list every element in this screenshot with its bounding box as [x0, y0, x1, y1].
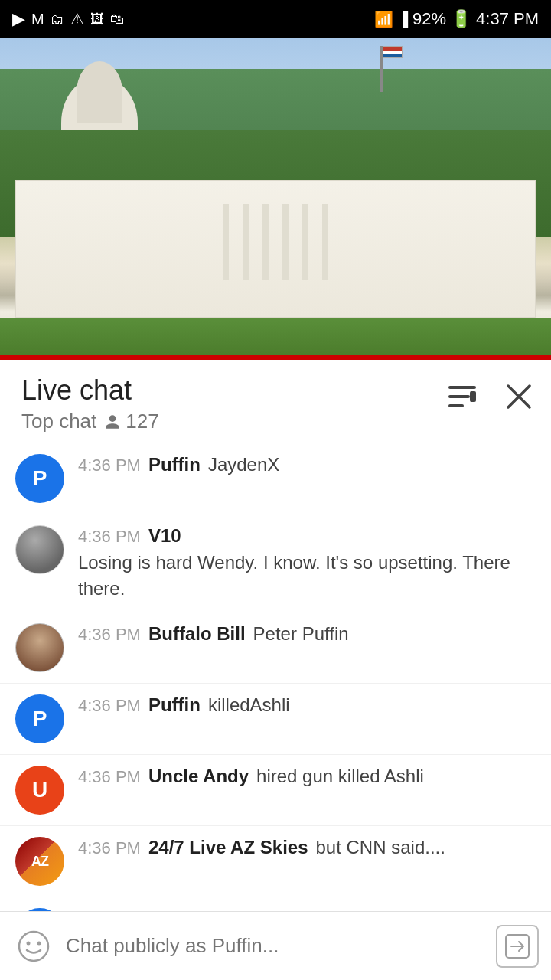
person-icon — [104, 413, 121, 430]
battery-icon: 🔋 — [451, 9, 471, 29]
message-text: JaydenX — [208, 454, 279, 475]
col1 — [223, 204, 229, 280]
chat-header-actions — [444, 374, 536, 416]
video-thumbnail[interactable] — [0, 38, 551, 360]
message-time: 4:36 PM — [78, 527, 141, 547]
viewer-count: 127 — [104, 410, 158, 433]
top-chat-row: Top chat 127 — [21, 410, 159, 433]
avatar — [15, 623, 64, 672]
table-row: U 4:36 PM Uncle Andy hired gun killed As… — [0, 755, 551, 826]
avatar: P — [15, 454, 64, 503]
bag-icon: 🛍 — [110, 11, 124, 28]
col5 — [302, 204, 308, 280]
image-icon: 🖼 — [90, 11, 104, 28]
message-text: hired gun killed Ashli — [256, 766, 424, 787]
table-row: 4:36 PM Buffalo Bill Peter Puffin — [0, 612, 551, 684]
status-bar-right: 📶 ▐ 92% 🔋 4:37 PM — [374, 9, 539, 29]
message-text: Peter Puffin — [253, 623, 349, 645]
message-content: 4:36 PM Uncle Andy hired gun killed Ashl… — [78, 766, 536, 787]
message-content: 4:36 PM Puffin killedAshli — [78, 694, 536, 716]
video-frame — [0, 38, 551, 360]
message-content: 4:36 PM Puffin JaydenX — [78, 454, 536, 475]
filter-button[interactable] — [444, 380, 481, 416]
table-row: AZ 4:36 PM 24/7 Live AZ Skies but CNN sa… — [0, 826, 551, 897]
message-content: 4:36 PM Buffalo Bill Peter Puffin — [78, 623, 536, 645]
svg-point-6 — [19, 932, 48, 961]
message-author: Puffin — [148, 694, 201, 716]
message-author: 24/7 Live AZ Skies — [148, 837, 308, 858]
chat-input[interactable] — [66, 925, 485, 968]
message-content: 4:36 PM V10 Losing is hard Wendy. I know… — [78, 525, 536, 601]
chat-messages-list: P 4:36 PM Puffin JaydenX 4:36 PM V10 Los… — [0, 443, 551, 980]
lawn — [0, 318, 551, 360]
youtube-icon: ▶ — [12, 9, 25, 29]
message-author: V10 — [148, 525, 181, 547]
filter-icon — [447, 383, 478, 410]
message-meta: 4:36 PM Puffin killedAshli — [78, 694, 536, 716]
message-meta: 4:36 PM Puffin JaydenX — [78, 454, 536, 475]
message-meta: 4:36 PM Uncle Andy hired gun killed Ashl… — [78, 766, 536, 787]
table-row: 4:36 PM V10 Losing is hard Wendy. I know… — [0, 514, 551, 612]
flag — [383, 46, 403, 58]
avatar: P — [15, 694, 64, 743]
table-row: P 4:36 PM Puffin killedAshli — [0, 684, 551, 755]
message-meta: 4:36 PM Buffalo Bill Peter Puffin — [78, 623, 536, 645]
folder-icon: 🗂 — [51, 11, 64, 28]
col6 — [322, 204, 328, 280]
chat-header: Live chat Top chat 127 — [0, 360, 551, 443]
close-icon — [505, 383, 533, 410]
chat-input-bar — [0, 911, 551, 980]
message-body: Losing is hard Wendy. I know. It's so up… — [78, 550, 536, 601]
svg-rect-1 — [448, 395, 470, 398]
emoji-button[interactable] — [12, 925, 55, 968]
alert-icon: ⚠ — [70, 10, 84, 28]
avatar: U — [15, 766, 64, 815]
message-author: Puffin — [148, 454, 201, 475]
status-bar-left: ▶ M 🗂 ⚠ 🖼 🛍 — [12, 9, 124, 29]
message-text: killedAshli — [208, 694, 290, 716]
white-house — [15, 180, 536, 318]
dome-top — [77, 61, 122, 122]
message-time: 4:36 PM — [78, 456, 141, 475]
send-icon — [504, 933, 531, 960]
svg-rect-2 — [448, 404, 464, 407]
col4 — [282, 204, 289, 280]
time-display: 4:37 PM — [476, 9, 539, 29]
col3 — [262, 204, 269, 280]
svg-rect-0 — [448, 386, 476, 389]
emoji-icon — [17, 929, 51, 963]
svg-point-8 — [37, 941, 41, 945]
table-row: P 4:36 PM Puffin JaydenX — [0, 443, 551, 514]
m-icon: M — [31, 11, 44, 28]
message-meta: 4:36 PM 24/7 Live AZ Skies but CNN said.… — [78, 837, 536, 858]
message-time: 4:36 PM — [78, 625, 141, 645]
avatar: AZ — [15, 837, 64, 886]
message-meta: 4:36 PM V10 — [78, 525, 536, 547]
chat-panel: Live chat Top chat 127 — [0, 360, 551, 980]
message-time: 4:36 PM — [78, 767, 141, 787]
signal-icon: ▐ — [398, 11, 408, 28]
status-bar: ▶ M 🗂 ⚠ 🖼 🛍 📶 ▐ 92% 🔋 4:37 PM — [0, 0, 551, 38]
close-button[interactable] — [502, 380, 536, 416]
chat-header-left: Live chat Top chat 127 — [21, 374, 159, 433]
svg-point-7 — [27, 941, 31, 945]
message-time: 4:36 PM — [78, 696, 141, 716]
send-button[interactable] — [496, 925, 539, 968]
video-progress-bar[interactable] — [0, 355, 551, 360]
col2 — [243, 204, 249, 280]
message-author: Uncle Andy — [148, 766, 249, 787]
live-chat-title: Live chat — [21, 374, 159, 407]
avatar — [15, 525, 64, 574]
message-time: 4:36 PM — [78, 838, 141, 858]
svg-rect-3 — [470, 391, 476, 402]
battery-text: 92% — [412, 9, 446, 29]
message-content: 4:36 PM 24/7 Live AZ Skies but CNN said.… — [78, 837, 536, 858]
columns — [16, 181, 535, 280]
message-text: but CNN said.... — [316, 837, 445, 858]
top-chat-label: Top chat — [21, 410, 96, 433]
viewer-count-number: 127 — [126, 410, 158, 433]
wifi-icon: 📶 — [374, 10, 393, 28]
message-author: Buffalo Bill — [148, 623, 246, 645]
